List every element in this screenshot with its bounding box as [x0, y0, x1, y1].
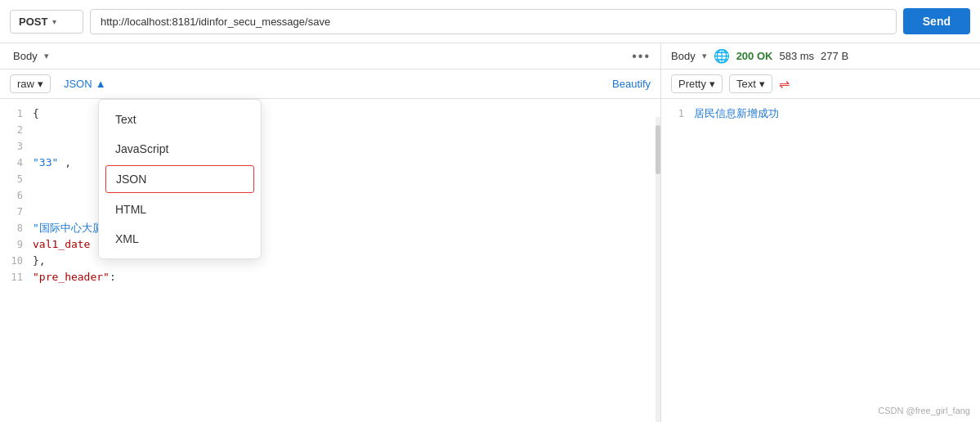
send-button[interactable]: Send: [903, 8, 970, 34]
dropdown-item-text[interactable]: Text: [99, 105, 261, 134]
pretty-select[interactable]: Pretty ▾: [671, 74, 723, 93]
json-chevron: ▲: [96, 78, 106, 90]
text-select[interactable]: Text ▾: [729, 74, 772, 93]
right-body-tab-label[interactable]: Body: [671, 50, 696, 62]
raw-select[interactable]: raw ▾: [10, 74, 51, 93]
response-content: 居民信息新增成功: [694, 106, 779, 122]
right-panel: Body ▾ 🌐 200 OK 583 ms 277 B Pretty ▾ Te…: [661, 43, 980, 422]
app-container: POST ▾ Send Body ▾ ••• raw ▾ JSON: [0, 0, 980, 422]
url-input[interactable]: [90, 9, 897, 34]
beautify-button[interactable]: Beautify: [612, 78, 651, 90]
pretty-label: Pretty: [678, 78, 706, 90]
method-select[interactable]: POST ▾: [10, 10, 83, 34]
text-format-chevron: ▾: [759, 78, 765, 90]
format-dropdown-menu: Text JavaScript JSON HTML XML: [98, 99, 262, 259]
status-badge: 200 OK: [736, 50, 773, 62]
response-size: 277 B: [821, 50, 848, 62]
url-bar: POST ▾ Send: [0, 0, 980, 43]
watermark: CSDN @free_girl_fang: [878, 406, 970, 415]
raw-label: raw: [17, 78, 34, 90]
right-panel-tabs: Body ▾ 🌐 200 OK 583 ms 277 B: [661, 43, 980, 70]
dropdown-item-javascript[interactable]: JavaScript: [99, 134, 261, 164]
response-code-view: 1 居民信息新增成功: [661, 99, 980, 422]
right-body-tab-chevron[interactable]: ▾: [702, 51, 707, 61]
right-toolbar: Pretty ▾ Text ▾ ⇌: [661, 70, 980, 99]
main-content: Body ▾ ••• raw ▾ JSON ▲ Beautify Text J: [0, 43, 980, 422]
more-options-icon[interactable]: •••: [632, 49, 651, 64]
scrollbar-track[interactable]: [656, 117, 660, 422]
left-panel-tabs: Body ▾ •••: [0, 43, 660, 70]
globe-icon: 🌐: [714, 48, 730, 64]
body-tab-label[interactable]: Body: [10, 48, 41, 64]
dropdown-item-xml[interactable]: XML: [99, 224, 261, 254]
raw-chevron: ▾: [38, 78, 43, 90]
dropdown-item-json[interactable]: JSON: [105, 165, 254, 193]
response-time: 583 ms: [779, 50, 814, 62]
left-panel: Body ▾ ••• raw ▾ JSON ▲ Beautify Text J: [0, 43, 661, 422]
method-label: POST: [19, 16, 47, 28]
json-label: JSON: [64, 78, 92, 90]
body-tab-chevron[interactable]: ▾: [44, 51, 49, 61]
response-line-1: 1 居民信息新增成功: [661, 106, 980, 122]
method-chevron: ▾: [52, 17, 56, 26]
json-format-select[interactable]: JSON ▲: [57, 75, 113, 92]
text-format-label: Text: [736, 78, 756, 90]
code-line-11: 11 "pre_header":: [0, 269, 660, 285]
pretty-chevron: ▾: [709, 78, 715, 90]
dropdown-item-html[interactable]: HTML: [99, 195, 261, 224]
scrollbar-thumb[interactable]: [656, 125, 660, 174]
wrap-lines-icon[interactable]: ⇌: [779, 76, 790, 92]
body-toolbar: raw ▾ JSON ▲ Beautify Text JavaScript JS…: [0, 70, 660, 99]
